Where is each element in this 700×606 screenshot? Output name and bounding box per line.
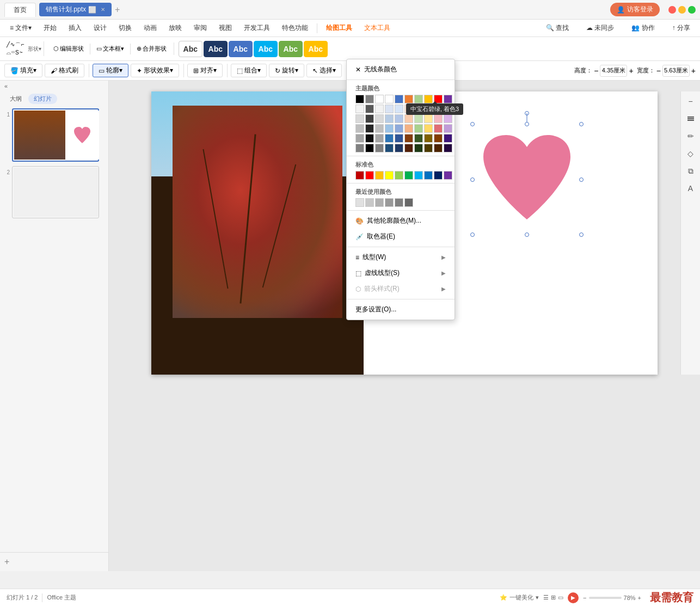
text-box-btn[interactable]: ▭ 文本框▾ xyxy=(91,42,129,55)
shape-s[interactable]: S xyxy=(15,50,19,56)
shape-corner[interactable]: ⌐ xyxy=(21,41,24,49)
more-colors-item[interactable]: 🎨 其他轮廓颜色(M)... xyxy=(347,213,455,229)
color-swatch[interactable] xyxy=(385,105,394,113)
std-swatch[interactable] xyxy=(424,171,433,180)
color-swatch[interactable] xyxy=(404,95,413,103)
zoom-minus[interactable]: − xyxy=(583,595,586,601)
color-swatch[interactable] xyxy=(424,134,433,143)
color-swatch[interactable] xyxy=(365,144,374,152)
color-swatch[interactable] xyxy=(444,134,452,143)
color-swatch[interactable] xyxy=(404,144,413,152)
win-close-button[interactable] xyxy=(668,6,676,14)
color-swatch[interactable] xyxy=(414,144,423,152)
width-plus[interactable]: + xyxy=(691,66,696,75)
color-swatch[interactable] xyxy=(395,134,403,143)
menu-slideshow[interactable]: 放映 xyxy=(163,21,187,35)
std-swatch[interactable] xyxy=(444,171,452,180)
color-swatch[interactable] xyxy=(355,124,364,133)
std-swatch[interactable] xyxy=(375,171,384,180)
slide-thumb-wrapper-1[interactable] xyxy=(12,108,99,162)
color-swatch[interactable] xyxy=(365,114,374,123)
width-input[interactable] xyxy=(662,65,690,77)
tab-home[interactable]: 首页 xyxy=(4,3,36,17)
one-key-btn[interactable]: ⭐ 一键美化 ▾ xyxy=(500,593,539,602)
color-swatch[interactable] xyxy=(385,134,394,143)
shape-line1[interactable]: ╱ xyxy=(7,41,10,49)
std-swatch[interactable] xyxy=(365,171,374,180)
color-swatch[interactable] xyxy=(404,124,413,133)
view-grid[interactable]: ⊞ xyxy=(551,594,556,601)
effects-btn[interactable]: ✦ 形状效果▾ xyxy=(131,64,179,77)
menu-collab[interactable]: 👥 协作 xyxy=(626,21,660,35)
handle-ml[interactable] xyxy=(470,177,475,182)
play-btn[interactable]: ▶ xyxy=(568,592,579,603)
std-swatch[interactable] xyxy=(395,171,403,180)
abc-btn-orange[interactable]: Abc xyxy=(304,41,328,57)
outline-tab[interactable]: 大纲 xyxy=(4,94,27,104)
heart-container[interactable] xyxy=(472,124,581,235)
zoom-plus[interactable]: + xyxy=(638,595,641,601)
group-btn[interactable]: ⬚ 组合▾ xyxy=(231,64,267,77)
menu-sync[interactable]: ☁ 未同步 xyxy=(581,21,619,35)
login-button[interactable]: 👤 访客登录 xyxy=(610,3,660,16)
color-swatch[interactable] xyxy=(404,134,413,143)
color-swatch[interactable] xyxy=(385,95,394,103)
add-slide-btn[interactable]: + xyxy=(0,552,108,571)
zoom-minus-btn[interactable]: − xyxy=(683,94,698,109)
std-swatch[interactable] xyxy=(434,171,443,180)
color-swatch[interactable] xyxy=(375,95,384,103)
std-swatch[interactable] xyxy=(404,171,413,180)
view-outline[interactable]: ▭ xyxy=(558,594,563,601)
shape-wave[interactable]: ~ xyxy=(20,50,23,56)
recent-swatch[interactable] xyxy=(385,198,394,207)
menu-drawing-tools[interactable]: 绘图工具 xyxy=(321,21,358,35)
menu-search[interactable]: 🔍 查找 xyxy=(541,21,574,35)
color-swatch[interactable] xyxy=(434,114,443,123)
menu-transition[interactable]: 切换 xyxy=(113,21,137,35)
color-swatch[interactable] xyxy=(395,95,403,103)
menu-view[interactable]: 视图 xyxy=(213,21,237,35)
color-swatch[interactable] xyxy=(395,124,403,133)
align-btn[interactable]: ⊞ 对齐▾ xyxy=(187,64,223,77)
color-swatch[interactable] xyxy=(414,124,423,133)
recent-swatch[interactable] xyxy=(395,198,403,207)
menu-review[interactable]: 审阅 xyxy=(188,21,212,35)
recent-swatch[interactable] xyxy=(404,198,413,207)
color-swatch[interactable] xyxy=(414,95,423,103)
tab-close-icon[interactable]: ✕ xyxy=(101,7,105,13)
fill-btn[interactable]: 🪣 填充▾ xyxy=(4,64,42,77)
color-swatch[interactable] xyxy=(395,114,403,123)
color-swatch[interactable] xyxy=(424,144,433,152)
color-swatch[interactable] xyxy=(434,144,443,152)
color-swatch[interactable] xyxy=(424,95,433,103)
width-minus[interactable]: − xyxy=(656,66,661,75)
shape-curve1[interactable]: ⌓ xyxy=(7,50,11,56)
view-normal[interactable]: ☰ xyxy=(543,594,549,601)
select-btn[interactable]: ↖ 选择▾ xyxy=(306,64,342,77)
color-swatch[interactable] xyxy=(355,95,364,103)
abc-btn-blue[interactable]: Abc xyxy=(229,41,253,57)
slide-item-2[interactable]: 2 xyxy=(2,166,106,218)
menu-file[interactable]: ≡ 文件▾ xyxy=(4,21,37,35)
menu-developer[interactable]: 开发工具 xyxy=(238,21,275,35)
copy-btn[interactable]: ⧉ xyxy=(683,163,698,179)
height-input[interactable] xyxy=(600,65,627,77)
text-btn[interactable]: A xyxy=(683,181,698,196)
color-swatch[interactable] xyxy=(444,124,452,133)
color-swatch[interactable] xyxy=(365,95,374,103)
line-type-item[interactable]: ≡ 线型(W) ▶ xyxy=(347,249,455,265)
color-swatch[interactable] xyxy=(424,124,433,133)
color-swatch[interactable] xyxy=(385,114,394,123)
color-swatch[interactable] xyxy=(385,124,394,133)
merge-shape-btn[interactable]: ⊕ 合并形状 xyxy=(132,42,171,55)
layers-btn[interactable] xyxy=(683,111,698,126)
height-minus[interactable]: − xyxy=(594,66,598,75)
win-min-button[interactable] xyxy=(678,6,686,14)
zoom-slider[interactable] xyxy=(589,597,622,599)
shapes-label[interactable]: 形状▾ xyxy=(28,45,41,53)
color-swatch[interactable] xyxy=(355,134,364,143)
color-swatch[interactable] xyxy=(444,114,452,123)
color-swatch[interactable] xyxy=(434,134,443,143)
menu-home[interactable]: 开始 xyxy=(38,21,62,35)
rotate-btn[interactable]: ↻ 旋转▾ xyxy=(269,64,304,77)
